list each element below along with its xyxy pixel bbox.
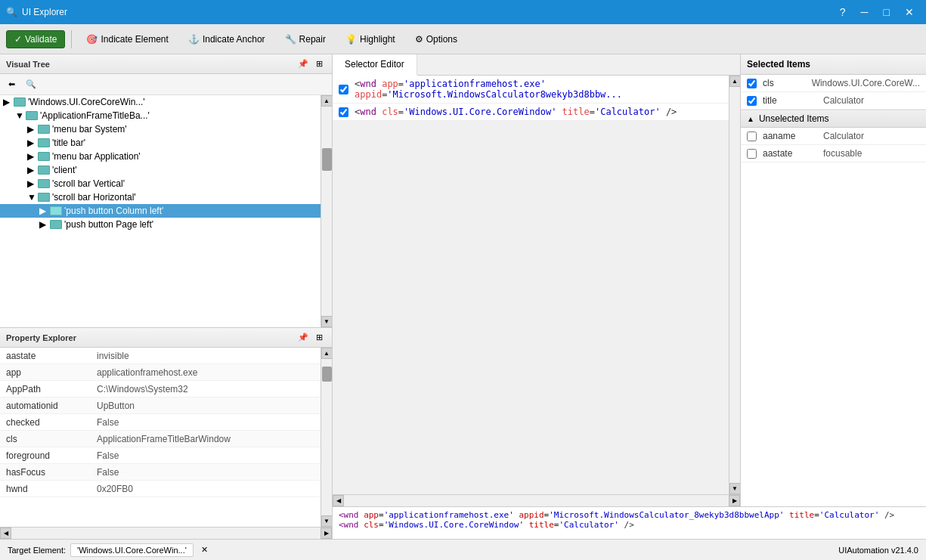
tree-node-7[interactable]: ▼ 'scroll bar Horizontal' (0, 190, 321, 204)
attr-checkbox-cls[interactable] (747, 79, 757, 88)
tree-search-button[interactable]: 🔍 (22, 77, 40, 91)
node-icon-2 (38, 125, 50, 134)
unselected-section-header: ▲ Unselected Items (741, 110, 926, 128)
node-icon-4 (38, 152, 50, 161)
tree-node-5[interactable]: ▶ 'client' (0, 163, 321, 177)
tree-toggle-9[interactable]: ▶ (39, 219, 50, 230)
prop-expand-button[interactable]: ⊞ (313, 331, 326, 344)
tree-scroll-down-button[interactable]: ▼ (321, 316, 333, 327)
selector-checkbox-1[interactable] (339, 107, 348, 117)
selector-checkbox-0[interactable] (339, 85, 348, 94)
title-bar-left: 🔍 UI Explorer (6, 7, 67, 17)
repair-label: Repair (299, 34, 326, 45)
tree-node-9[interactable]: ▶ 'push button Page left' (0, 218, 321, 231)
xpath-display: <wnd app='applicationframehost.exe' appi… (333, 507, 926, 539)
selector-scroll-down-button[interactable]: ▼ (729, 483, 741, 494)
prop-scroll-down-button[interactable]: ▼ (321, 515, 333, 527)
xpath-tag-2: <wnd (339, 520, 359, 530)
prop-scroll-up-button[interactable]: ▲ (321, 348, 333, 359)
tree-scroll-up-button[interactable]: ▲ (321, 95, 333, 107)
indicate-anchor-button[interactable]: ⚓ Indicate Anchor (180, 30, 274, 48)
maximize-button[interactable]: □ (878, 3, 896, 21)
visual-tree-expand-button[interactable]: ⊞ (313, 57, 326, 70)
attr-checkbox-title[interactable] (747, 96, 757, 106)
prop-vscrollbar[interactable]: ▲ ▼ (321, 348, 332, 527)
minimize-button[interactable]: ─ (855, 3, 875, 21)
tree-node-3[interactable]: ▶ 'title bar' (0, 136, 321, 150)
visual-tree-actions: 📌 ⊞ (295, 57, 326, 70)
prop-pin-button[interactable]: 📌 (295, 331, 311, 344)
tree-toggle-4[interactable]: ▶ (27, 151, 38, 162)
prop-hscroll-left-button[interactable]: ◀ (0, 528, 11, 539)
xpath-attr-title2: title (529, 520, 554, 530)
highlight-button[interactable]: 💡 Highlight (337, 30, 404, 48)
prop-scroll-track (321, 359, 332, 515)
tree-toggle-8[interactable]: ▶ (39, 206, 50, 216)
tree-toggle-6[interactable]: ▶ (27, 178, 38, 189)
options-button[interactable]: ⚙ Options (407, 30, 466, 48)
target-close-button[interactable]: ✕ (198, 544, 211, 555)
prop-content: aastate invisible app applicationframeho… (0, 348, 321, 527)
selector-vscrollbar[interactable]: ▲ ▼ (729, 76, 740, 494)
selector-editor-tab[interactable]: Selector Editor (333, 54, 417, 76)
tree-node-0[interactable]: ▶ 'Windows.UI.CoreCoreWin...' (0, 95, 321, 109)
tree-toggle-2[interactable]: ▶ (27, 124, 38, 135)
tree-node-4[interactable]: ▶ 'menu bar Application' (0, 150, 321, 163)
prop-value-hwnd: 0x20FB0 (97, 484, 133, 494)
tree-toggle-5[interactable]: ▶ (27, 165, 38, 175)
tree-scroll-thumb[interactable] (322, 148, 332, 171)
tree-vscrollbar[interactable]: ▲ ▼ (321, 95, 332, 327)
repair-button[interactable]: 🔧 Repair (277, 30, 334, 48)
tree-toggle-1[interactable]: ▼ (15, 110, 26, 121)
unselected-chevron[interactable]: ▲ (747, 115, 754, 123)
selector-tab-header: Selector Editor (333, 54, 740, 76)
selector-hscroll-track (344, 495, 729, 506)
node-icon-9 (50, 220, 62, 229)
selector-scroll-up-button[interactable]: ▲ (729, 76, 741, 87)
prop-key-hasfocus: hasFocus (6, 467, 97, 478)
tree-toggle-3[interactable]: ▶ (27, 138, 38, 148)
node-label-2: 'menu bar System' (52, 124, 127, 135)
right-bottom: <wnd app='applicationframehost.exe' appi… (333, 506, 926, 539)
tree-content: ▶ 'Windows.UI.CoreCoreWin...' ▼ 'Applica… (0, 95, 321, 327)
selector-hscroll-left-button[interactable]: ◀ (333, 495, 344, 506)
selector-hscroll-right-button[interactable]: ▶ (729, 495, 740, 506)
unselected-section-title: Unselected Items (759, 113, 829, 124)
tree-node-6[interactable]: ▶ 'scroll bar Vertical' (0, 177, 321, 190)
indicate-element-button[interactable]: 🎯 Indicate Element (78, 30, 176, 48)
visual-tree-section: Visual Tree 📌 ⊞ ⬅ 🔍 ▶ 'Windows.UI. (0, 54, 332, 327)
tree-node-8[interactable]: ▶ 'push button Column left' (0, 204, 321, 218)
title-bar-right: ? ─ □ ✕ (834, 3, 920, 21)
attr-checkbox-aaname[interactable] (747, 131, 757, 141)
prop-hscroll-right-button[interactable]: ▶ (321, 528, 332, 539)
tree-node-2[interactable]: ▶ 'menu bar System' (0, 122, 321, 136)
visual-tree-header: Visual Tree 📌 ⊞ (0, 54, 332, 74)
selector-hscrollbar[interactable]: ◀ ▶ (333, 494, 740, 506)
prop-scroll-thumb[interactable] (322, 367, 332, 382)
prop-row-app: app applicationframehost.exe (0, 364, 321, 381)
validate-button[interactable]: ✓ Validate (6, 30, 65, 48)
right-panel: Selector Editor <wnd app='applicationfra… (333, 54, 926, 539)
prop-value-hasfocus: False (97, 467, 119, 478)
prop-hscrollbar[interactable]: ◀ ▶ (0, 527, 332, 539)
selected-attr-row-cls: cls Windows.UI.Core.CoreW... (741, 75, 926, 92)
xpath-val-cls2: 'Windows.UI.Core.CoreWindow' (384, 520, 524, 530)
tree-node-1[interactable]: ▼ 'ApplicationFrameTitleBa...' (0, 109, 321, 122)
attr-name-title: title (763, 95, 823, 106)
prop-explorer-title: Property Explorer (6, 333, 76, 342)
selector-tag-1: wnd (360, 107, 376, 117)
node-label-9: 'push button Page left' (64, 219, 153, 230)
prop-row-foreground: foreground False (0, 447, 321, 464)
version-label: UIAutomation v21.4.0 (838, 546, 918, 555)
xpath-val-title1: 'Calculator' (819, 510, 879, 520)
tree-toggle-7[interactable]: ▼ (27, 192, 38, 203)
visual-tree-toolbar: ⬅ 🔍 (0, 74, 332, 95)
attr-checkbox-aastate[interactable] (747, 149, 757, 159)
tree-navigate-back-button[interactable]: ⬅ (5, 77, 19, 91)
selected-attr-row-title: title Calculator (741, 92, 926, 110)
close-button[interactable]: ✕ (899, 3, 920, 21)
status-left: Target Element: 'Windows.UI.Core.CoreWin… (8, 543, 211, 557)
tree-toggle-0[interactable]: ▶ (3, 97, 14, 107)
visual-tree-pin-button[interactable]: 📌 (295, 57, 311, 70)
help-button[interactable]: ? (834, 3, 852, 21)
